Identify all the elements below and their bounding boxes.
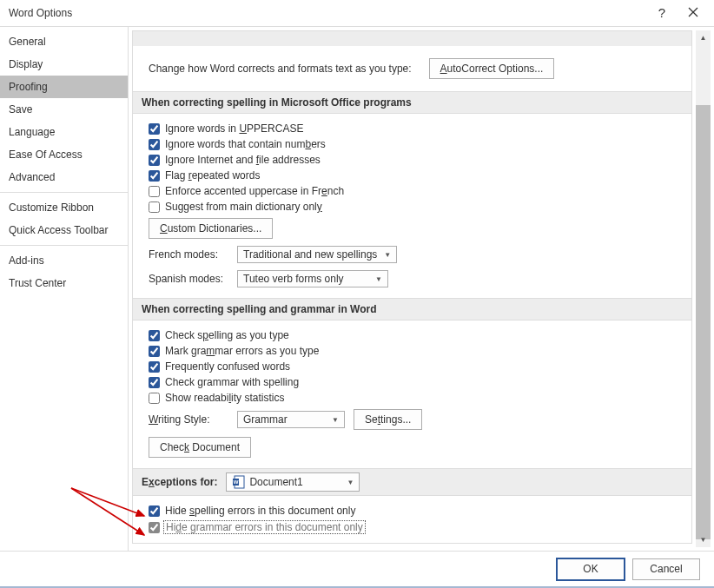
french-modes-label: French modes: [149, 248, 228, 261]
checkbox-ignore-numbers[interactable]: Ignore words that contain numbers [149, 136, 676, 152]
sidebar-item-trust-center[interactable]: Trust Center [0, 272, 128, 294]
chevron-down-icon: ▼ [375, 275, 382, 283]
chevron-down-icon: ▼ [347, 479, 354, 486]
vertical-scrollbar[interactable]: ▲ ▼ [696, 30, 711, 547]
sidebar-item-language[interactable]: Language [0, 121, 128, 143]
scrollbar-thumb[interactable] [696, 105, 711, 539]
dialog-footer: OK Cancel [0, 552, 714, 586]
writing-style-select[interactable]: Grammar▼ [237, 411, 345, 428]
titlebar: Word Options ? [0, 0, 714, 26]
spanish-modes-label: Spanish modes: [149, 273, 228, 285]
settings-button[interactable]: Settings... [354, 409, 422, 430]
scroll-up-button[interactable]: ▲ [696, 30, 711, 45]
sidebar-item-general[interactable]: General [0, 30, 128, 53]
writing-style-label: Writing Style: [149, 413, 228, 426]
checkbox-enforce-accented-french[interactable]: Enforce accented uppercase in French [149, 183, 676, 199]
svg-text:W: W [234, 479, 239, 485]
checkbox-check-grammar-with-spelling[interactable]: Check grammar with spelling [149, 374, 676, 390]
checkbox-flag-repeated[interactable]: Flag repeated words [149, 168, 676, 183]
chevron-down-icon: ▼ [332, 416, 339, 424]
sidebar-item-add-ins[interactable]: Add-ins [0, 249, 128, 272]
ok-button[interactable]: OK [556, 558, 625, 581]
check-document-button[interactable]: Check Document [149, 437, 251, 458]
checkbox-hide-grammar-errors[interactable]: Hide grammar errors in this document onl… [149, 519, 676, 536]
spanish-modes-select[interactable]: Tuteo verb forms only▼ [237, 270, 388, 287]
sidebar-item-advanced[interactable]: Advanced [0, 166, 128, 188]
checkbox-ignore-internet-file[interactable]: Ignore Internet and file addresses [149, 152, 676, 168]
checkbox-show-readability[interactable]: Show readability statistics [149, 390, 676, 406]
sidebar-item-customize-ribbon[interactable]: Customize Ribbon [0, 196, 128, 219]
section-header-word-spelling-grammar: When correcting spelling and grammar in … [132, 298, 692, 320]
chevron-down-icon: ▼ [384, 251, 391, 259]
checkbox-frequently-confused[interactable]: Frequently confused words [149, 359, 676, 374]
checkbox-hide-spelling-errors[interactable]: Hide spelling errors in this document on… [149, 503, 676, 519]
sidebar-divider [0, 245, 128, 246]
window-title: Word Options [9, 7, 72, 19]
word-document-icon: W [232, 475, 246, 489]
section-header-exceptions: Exceptions for: W Document1 ▼ [132, 468, 692, 496]
sidebar-item-ease-of-access[interactable]: Ease Of Access [0, 143, 128, 166]
scroll-down-button[interactable]: ▼ [696, 532, 711, 547]
help-button[interactable]: ? [653, 3, 671, 22]
checkbox-mark-grammar-as-type[interactable]: Mark grammar errors as you type [149, 343, 676, 359]
sidebar-item-save[interactable]: Save [0, 98, 128, 121]
sidebar-item-display[interactable]: Display [0, 53, 128, 76]
close-button[interactable] [681, 0, 705, 24]
cancel-button[interactable]: Cancel [632, 558, 700, 580]
intro-text: Change how Word corrects and formats tex… [149, 63, 412, 75]
content-top-strip [132, 30, 692, 46]
custom-dictionaries-button[interactable]: Custom Dictionaries... [149, 218, 273, 239]
checkbox-check-spelling-as-type[interactable]: Check spelling as you type [149, 327, 676, 343]
sidebar-item-quick-access-toolbar[interactable]: Quick Access Toolbar [0, 219, 128, 241]
sidebar: General Display Proofing Save Language E… [0, 27, 129, 551]
checkbox-suggest-main-dictionary[interactable]: Suggest from main dictionary only [149, 199, 676, 215]
checkbox-ignore-uppercase[interactable]: Ignore words in UPPERCASE [149, 121, 676, 136]
sidebar-item-proofing[interactable]: Proofing [0, 76, 128, 98]
sidebar-divider [0, 192, 128, 193]
close-icon [688, 7, 698, 17]
section-header-office-spelling: When correcting spelling in Microsoft Of… [132, 91, 692, 114]
content-pane: Change how Word corrects and formats tex… [132, 30, 692, 547]
french-modes-select[interactable]: Traditional and new spellings▼ [237, 246, 397, 263]
autocorrect-options-button[interactable]: AutoCorrect Options... [429, 58, 555, 79]
exceptions-document-select[interactable]: W Document1 ▼ [226, 472, 360, 492]
